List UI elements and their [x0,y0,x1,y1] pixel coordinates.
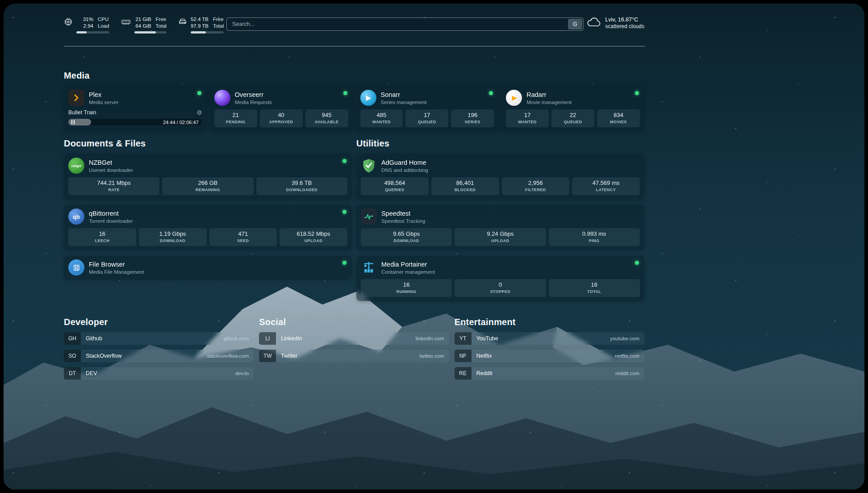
stat-latency: 47.569 msLATENCY [572,177,640,195]
bookmark-domain: netflix.com [615,350,644,362]
stat-approved: 40APPROVED [260,109,303,127]
bookmark-name: YouTube [472,332,610,345]
bookmark-abbr: YT [455,332,472,345]
search-bar: G [226,17,584,31]
stat-upload: 9.24 GbpsUPLOAD [455,228,546,246]
service-card-sonarr[interactable]: ▶ Sonarr Series management 485WANTED 17Q… [356,86,499,131]
stat-pending: 21PENDING [214,109,257,127]
service-card-adguard[interactable]: AdGuard Home DNS and adblocking 498,564Q… [356,154,644,199]
service-card-qbittorrent[interactable]: qb qBittorrent Torrent downloader 16LEEC… [64,205,352,250]
stat-total: 16TOTAL [549,279,640,297]
bookmark-reddit[interactable]: RE Reddit reddit.com [455,367,644,380]
status-dot [342,261,346,265]
bookmark-domain: youtube.com [610,332,644,345]
section-title-developer: Developer [64,317,254,327]
bookmark-abbr: RE [455,367,472,380]
bookmark-youtube[interactable]: YT YouTube youtube.com [455,332,644,345]
stat-queued: 22QUEUED [551,109,594,127]
memory-progress-bar [134,31,167,33]
weather-location: Lviv, 16.87°C [605,16,644,23]
bookmark-name: Reddit [472,367,616,380]
now-playing-title: Bullet Train [68,109,96,116]
cloud-icon [586,17,601,30]
cpu-usage-label: CPU [98,16,109,22]
dashboard-screen: 31% CPU 2.94 Load 21 [4,4,864,489]
memory-free-label: Free [156,16,167,22]
disk-widget: 52.4 TB Free 97.9 TB Total [178,16,224,33]
service-name: File Browser [89,260,144,268]
service-card-overseerr[interactable]: Overseerr Media Requests 21PENDING 40APP… [210,86,353,131]
playback-progress-bar: 24:44 / 02:06:47 [68,119,202,125]
memory-free-value: 21 GiB [134,16,151,22]
stat-queries: 498,564QUERIES [361,177,429,195]
search-provider-button[interactable]: G [568,19,582,29]
section-title-media: Media [64,71,644,81]
sonarr-icon: ▶ [360,90,376,106]
service-subtitle: DNS and adblocking [381,167,428,173]
service-card-speedtest[interactable]: Speedtest Speedtest Tracking 9.65 GbpsDO… [356,205,644,250]
bookmark-domain: linkedin.com [416,332,449,345]
bookmark-netflix[interactable]: NF Netflix netflix.com [455,350,644,362]
gear-icon[interactable]: ⚙ [196,109,202,116]
stat-rate: 744.21 MbpsRATE [68,177,159,195]
status-dot [635,261,639,265]
search-input[interactable] [226,17,584,31]
bookmark-linkedin[interactable]: LI LinkedIn linkedin.com [259,332,449,345]
stat-upload: 618.52 MbpsUPLOAD [280,228,347,246]
section-media: Media Plex Media server Bullet [64,71,644,131]
status-dot [197,91,201,95]
service-name: Radarr [526,91,572,99]
service-subtitle: Torrent downloader [89,218,133,224]
service-subtitle: Speedtest Tracking [381,218,425,224]
memory-icon [121,16,131,26]
stat-leech: 16LEECH [68,228,136,246]
service-card-portainer[interactable]: Media Portainer Container management 16R… [356,255,644,301]
stat-available: 945AVAILABLE [305,109,348,127]
speedtest-icon [361,209,377,225]
stat-wanted: 17WANTED [506,109,549,127]
status-dot [342,210,346,214]
bookmark-stackoverflow[interactable]: SO StackOverflow stackoverflow.com [64,350,254,362]
stat-stopped: 0STOPPED [455,279,546,297]
status-dot [343,91,347,95]
disk-total-label: Total [213,23,224,29]
stat-queued: 17QUEUED [405,109,448,127]
service-card-radarr[interactable]: ▶ Radarr Movie management 17WANTED 22QUE… [501,86,644,131]
cpu-progress-bar [76,31,109,33]
weather-condition: scattered clouds [605,23,644,30]
radarr-icon: ▶ [506,90,522,106]
bookmark-dev[interactable]: DT DEV dev.to [64,367,254,380]
stat-download: 1.19 GbpsDOWNLOAD [139,228,207,246]
cpu-load-value: 2.94 [76,23,93,29]
service-subtitle: Series management [381,99,427,105]
bookmark-twitter[interactable]: TW Twitter twitter.com [259,350,449,362]
disk-icon [178,16,187,26]
bookmark-domain: twitter.com [420,350,449,362]
service-name: qBittorrent [89,209,133,217]
bookmark-name: Netflix [472,350,615,362]
disk-progress-bar [191,31,224,33]
bookmark-domain: github.com [224,332,254,345]
memory-widget: 21 GiB Free 64 GiB Total [121,16,167,33]
service-card-filebrowser[interactable]: File Browser Media File Management [64,255,352,280]
bookmarks: Developer GH Github github.com SO StackO… [64,317,644,384]
service-card-plex[interactable]: Plex Media server Bullet Train ⚙ 24:44 [64,86,207,131]
service-name: AdGuard Home [381,159,428,167]
resource-widgets: 31% CPU 2.94 Load 21 [64,15,224,33]
section-developer: Developer GH Github github.com SO StackO… [64,317,254,384]
status-dot [489,91,493,95]
service-name: Plex [89,91,118,99]
bookmark-name: LinkedIn [276,332,415,345]
section-utilities: Utilities AdGuard Home DNS and [356,138,644,306]
section-documents: Documents & Files nzbget NZBGet Usenet d… [64,138,352,306]
bookmark-github[interactable]: GH Github github.com [64,332,254,345]
service-name: Speedtest [381,209,425,217]
cpu-icon [64,16,73,26]
service-card-nzbget[interactable]: nzbget NZBGet Usenet downloader 744.21 M… [64,154,352,199]
bookmark-name: Github [81,332,224,345]
bookmark-domain: stackoverflow.com [207,350,254,362]
service-name: Sonarr [381,91,427,99]
adguard-icon [361,158,377,174]
section-title-social: Social [259,317,449,327]
qbittorrent-icon: qb [68,209,84,225]
